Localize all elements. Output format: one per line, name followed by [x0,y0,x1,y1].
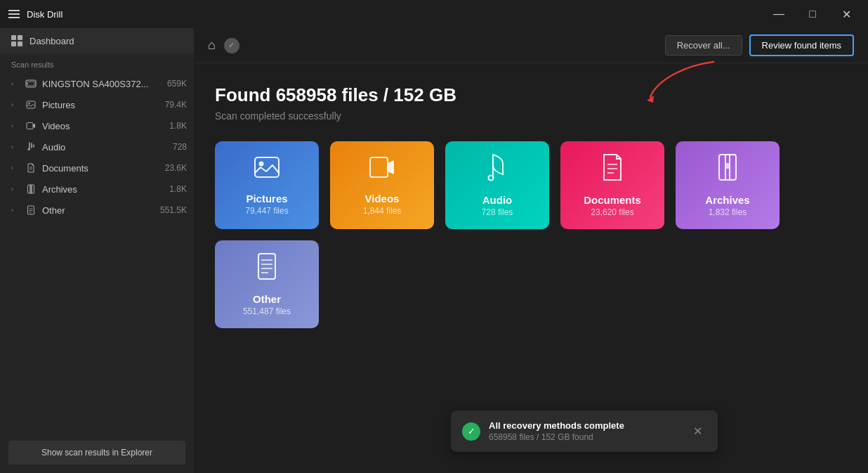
sidebar-item-disk[interactable]: › KINGSTON SA400S372... 659K [0,73,194,94]
chevron-icon: › [11,122,20,129]
sidebar-item-videos[interactable]: › Videos 1.8K [0,115,194,136]
svg-rect-29 [258,254,275,279]
svg-rect-28 [725,163,730,169]
disk-icon [25,78,37,89]
chevron-icon: › [11,80,20,87]
svg-point-4 [28,103,29,104]
pictures-card-label: Pictures [246,193,287,205]
check-status-icon: ✓ [224,38,239,53]
hamburger-icon[interactable] [8,10,20,18]
toast-title: All recovery methods complete [489,420,680,431]
close-button[interactable]: ✕ [830,3,862,25]
chevron-icon: › [11,164,20,171]
chevron-icon: › [11,207,20,214]
category-cards-grid: Pictures 79,447 files Videos 1,844 files [215,141,847,328]
archives-card-label: Archives [705,194,749,206]
other-count: 551.5K [160,205,187,215]
videos-card-icon [368,155,396,186]
documents-label: Documents [42,163,159,174]
toast-check-icon: ✓ [462,422,480,441]
video-icon [25,120,37,131]
sidebar-item-archives[interactable]: › Archives 1.8K [0,179,194,200]
card-documents[interactable]: Documents 23,620 files [560,141,664,229]
home-icon[interactable]: ⌂ [208,38,216,53]
card-videos[interactable]: Videos 1,844 files [330,141,434,229]
pictures-label: Pictures [42,100,159,110]
audio-label: Audio [42,142,167,153]
svg-rect-1 [27,82,34,86]
scan-status: Scan completed successfully [215,110,847,122]
main-layout: Dashboard Scan results › KINGSTON SA400S… [0,28,868,473]
sidebar-item-documents[interactable]: › Documents 23.6K [0,157,194,179]
archives-card-count: 1,832 files [709,207,747,217]
sidebar-nav: Dashboard Scan results › KINGSTON SA400S… [0,28,194,441]
documents-count: 23.6K [165,163,187,173]
documents-card-label: Documents [584,194,641,206]
card-archives[interactable]: Archives 1,832 files [676,141,780,229]
archives-count: 1.8K [169,184,187,194]
pictures-card-icon [253,155,281,186]
videos-count: 1.8K [169,121,187,131]
other-card-icon [256,252,278,286]
documents-card-icon [601,153,624,187]
audio-card-count: 728 files [482,207,513,217]
card-audio[interactable]: Audio 728 files [445,141,549,229]
dashboard-label: Dashboard [29,36,74,46]
svg-point-6 [28,148,30,150]
titlebar-right: — □ ✕ [763,3,862,25]
videos-label: Videos [42,121,164,131]
toast-subtitle: 658958 files / 152 GB found [489,432,680,442]
other-icon [25,205,37,216]
sidebar-item-audio[interactable]: › Audio 728 [0,136,194,157]
topbar: ⌂ ✓ Recover all... Review found items [194,28,868,63]
picture-icon [25,99,37,110]
minimize-button[interactable]: — [763,3,795,25]
svg-rect-12 [28,206,34,214]
chevron-icon: › [11,186,20,193]
recover-all-button[interactable]: Recover all... [665,35,742,56]
review-found-items-button[interactable]: Review found items [749,34,854,56]
grid-icon [11,35,22,46]
sidebar-item-pictures[interactable]: › Pictures 79.4K [0,94,194,115]
archives-card-icon [716,153,739,187]
svg-rect-5 [27,123,33,129]
chevron-icon: › [11,143,20,150]
disk-count: 659K [167,79,187,89]
other-label: Other [42,205,154,216]
sidebar: Dashboard Scan results › KINGSTON SA400S… [0,28,194,473]
disk-label: KINGSTON SA400S372... [42,79,162,89]
document-icon [25,162,37,174]
maximize-button[interactable]: □ [796,3,829,25]
scan-results-label: Scan results [0,53,194,73]
audio-card-label: Audio [482,194,513,206]
svg-rect-19 [370,157,388,177]
videos-card-label: Videos [365,193,400,205]
videos-card-count: 1,844 files [363,206,402,216]
sidebar-item-dashboard[interactable]: Dashboard [0,28,194,53]
pictures-card-count: 79,447 files [245,206,288,216]
topbar-left: ⌂ ✓ [208,38,239,53]
audio-icon [25,141,37,153]
svg-point-21 [489,176,494,181]
documents-card-count: 23,620 files [591,207,633,217]
chevron-icon: › [11,101,20,108]
toast-notification: ✓ All recovery methods complete 658958 f… [451,410,718,452]
sidebar-item-other[interactable]: › Other 551.5K [0,200,194,221]
pictures-count: 79.4K [165,100,187,110]
app-title: Disk Drill [27,9,63,20]
audio-count: 728 [173,142,187,152]
card-pictures[interactable]: Pictures 79,447 files [215,141,319,229]
content-area: ⌂ ✓ Recover all... Review found items Fo… [194,28,868,473]
topbar-right: Recover all... Review found items [665,34,854,56]
disk-item-inner: › KINGSTON SA400S372... 659K [11,78,187,89]
found-title: Found 658958 files / 152 GB [215,84,847,106]
toast-close-button[interactable]: ✕ [689,423,706,439]
titlebar: Disk Drill — □ ✕ [0,0,868,28]
toast-content: All recovery methods complete 658958 fil… [489,420,680,442]
archives-label: Archives [42,184,164,195]
card-other[interactable]: Other 551,487 files [215,240,319,328]
titlebar-left: Disk Drill [8,9,63,20]
other-card-count: 551,487 files [243,306,291,316]
show-scan-button[interactable]: Show scan results in Explorer [8,441,185,465]
svg-rect-3 [27,101,35,108]
